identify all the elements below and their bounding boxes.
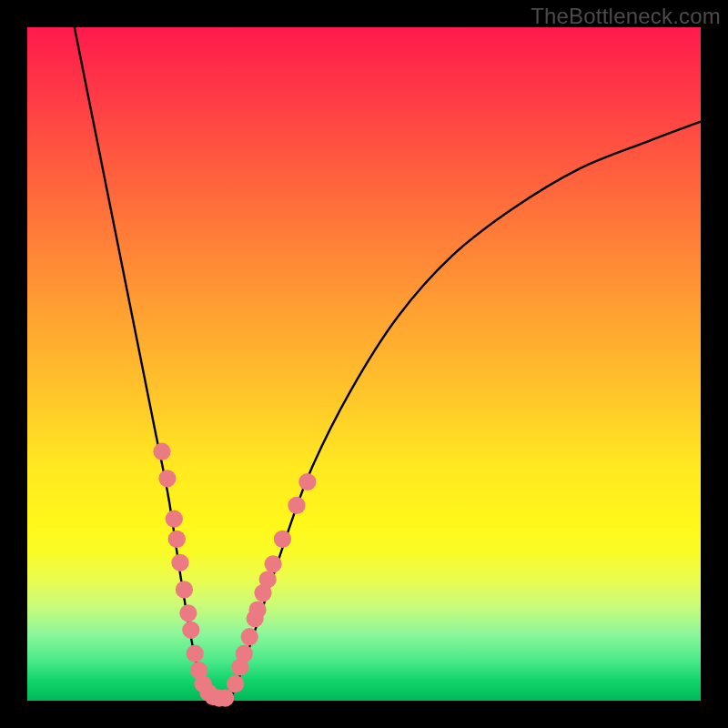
curve-marker: [168, 531, 186, 548]
curve-marker: [248, 601, 266, 618]
curve-marker: [182, 622, 199, 639]
curve-marker: [171, 554, 188, 571]
curve-marker: [241, 628, 258, 645]
bottleneck-curve: [75, 27, 701, 708]
curve-marker: [217, 689, 234, 706]
curve-marker: [274, 531, 291, 548]
marker-group: [153, 443, 316, 707]
chart-frame: TheBottleneck.com: [0, 0, 728, 728]
curve-marker: [187, 645, 204, 662]
bottleneck-chart-svg: [27, 27, 701, 701]
curve-marker: [288, 497, 305, 514]
curve-marker: [176, 581, 193, 598]
watermark-text: TheBottleneck.com: [531, 4, 721, 29]
curve-marker: [158, 470, 176, 487]
plot-area: [27, 27, 701, 701]
curve-marker: [153, 443, 170, 460]
curve-marker: [166, 511, 183, 528]
curve-marker: [236, 645, 253, 662]
curve-marker: [179, 604, 197, 622]
curve-marker: [264, 555, 281, 572]
curve-marker: [298, 473, 316, 490]
curve-marker: [259, 571, 277, 588]
curve-marker: [227, 675, 244, 693]
